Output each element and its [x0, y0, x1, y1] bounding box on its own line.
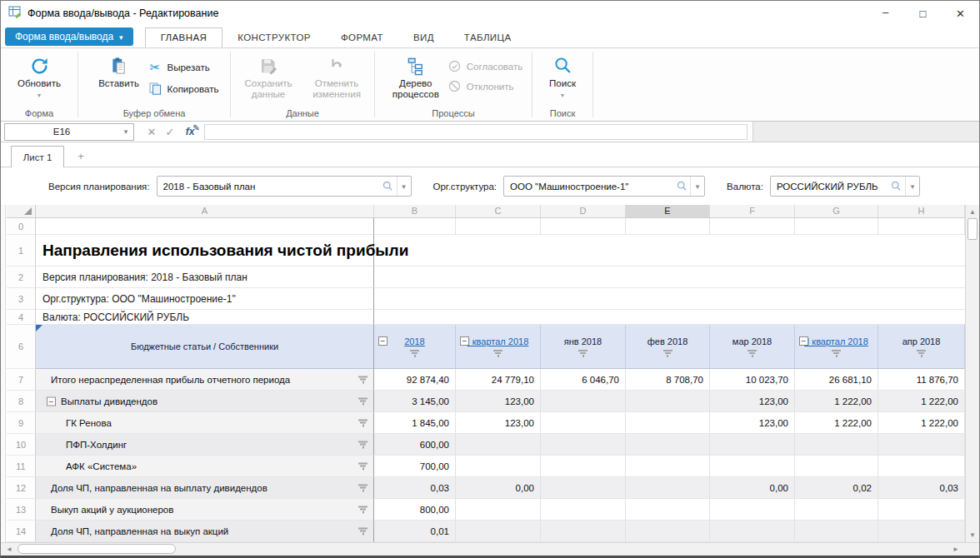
horizontal-scroll-thumb[interactable] [18, 544, 176, 554]
row-number[interactable]: 8 [7, 391, 36, 412]
chevron-down-icon[interactable]: ▾ [397, 177, 411, 196]
row-number[interactable]: 6 [7, 325, 36, 369]
horizontal-scrollbar[interactable]: ◄ ► [1, 542, 979, 556]
minimize-button[interactable]: – [867, 1, 904, 26]
scroll-up-icon[interactable]: ▲ [966, 208, 979, 216]
cell[interactable] [456, 218, 541, 235]
value-cell[interactable] [541, 391, 626, 412]
ribbon-tab-4[interactable]: ТАБЛИЦА [449, 28, 527, 47]
sheet-tab[interactable]: Лист 1 [11, 146, 64, 167]
value-cell[interactable]: 1 845,00 [374, 412, 456, 434]
value-cell[interactable] [541, 456, 626, 477]
close-button[interactable]: ✕ [942, 1, 979, 26]
cell[interactable] [878, 218, 965, 235]
value-cell[interactable]: 1 222,00 [795, 391, 878, 412]
value-cell[interactable]: 24 779,10 [456, 369, 541, 391]
header-cell-period[interactable]: апр 2018 [878, 325, 965, 369]
value-cell[interactable]: 26 681,10 [795, 369, 878, 391]
value-cell[interactable]: 1 222,00 [795, 412, 878, 434]
value-cell[interactable] [795, 434, 878, 456]
value-cell[interactable]: 1 222,00 [878, 391, 965, 412]
header-cell-period[interactable]: −II квартал 2018 [795, 325, 878, 369]
process-tree-button[interactable]: Дерево процессов [384, 52, 448, 106]
value-cell[interactable] [795, 521, 878, 542]
column-header-B[interactable]: B [374, 205, 456, 217]
cell[interactable] [541, 218, 626, 235]
filter-icon[interactable] [663, 350, 672, 357]
chevron-down-icon[interactable]: ▾ [905, 177, 919, 196]
reject-button[interactable]: Отклонить [448, 80, 522, 92]
chevron-down-icon[interactable]: ▾ [690, 177, 704, 196]
value-cell[interactable] [626, 434, 710, 456]
value-cell[interactable]: 3 145,00 [374, 391, 456, 412]
row-number[interactable]: 11 [7, 456, 36, 477]
cancel-entry-icon[interactable]: ✕ [142, 126, 161, 138]
row-number[interactable]: 2 [7, 267, 36, 288]
value-cell[interactable] [456, 499, 541, 521]
value-cell[interactable]: 600,00 [374, 434, 456, 456]
select-all-corner[interactable] [7, 205, 36, 217]
row-number[interactable]: 1 [7, 235, 36, 267]
approve-button[interactable]: Согласовать [448, 60, 522, 72]
header-cell-budget-items[interactable]: Бюджетные статьи / Собственники [36, 325, 374, 369]
header-cell-period[interactable]: янв 2018 [541, 325, 626, 369]
row-label-cell[interactable]: Доля ЧП, направленная на выкуп акций [36, 521, 374, 542]
header-cell-period[interactable]: −2018 [374, 325, 456, 369]
filter-icon[interactable] [410, 350, 419, 357]
row-label-cell[interactable]: Доля ЧП, направленная на выплату дивиден… [36, 477, 374, 499]
paste-button[interactable]: Вставить [90, 52, 148, 106]
row-number[interactable]: 9 [7, 412, 36, 434]
ribbon-tab-3[interactable]: ВИД [398, 28, 449, 47]
cell[interactable]: Направления использования чистой прибыли [36, 235, 374, 267]
ribbon-tab-1[interactable]: КОНСТРУКТОР [222, 28, 326, 47]
column-header-E[interactable]: E [626, 205, 710, 217]
row-number[interactable]: 10 [7, 434, 36, 456]
maximize-button[interactable]: □ [904, 1, 942, 26]
value-cell[interactable] [541, 412, 626, 434]
currency-select[interactable]: РОССИЙСКИЙ РУБЛЬ ▾ [770, 176, 920, 197]
cell[interactable] [374, 267, 965, 288]
value-cell[interactable]: 700,00 [374, 456, 456, 477]
cut-button[interactable]: ✂ Вырезать [148, 60, 219, 75]
column-header-A[interactable]: A [36, 205, 374, 217]
period-link[interactable]: II квартал 2018 [804, 336, 868, 347]
cell[interactable] [374, 218, 456, 235]
plan-version-select[interactable]: 2018 - Базовый план ▾ [157, 176, 412, 197]
value-cell[interactable]: 1 222,00 [878, 412, 965, 434]
header-cell-period[interactable]: −I квартал 2018 [456, 325, 541, 369]
cell[interactable]: Валюта: РОССИЙСКИЙ РУБЛЬ [36, 310, 374, 325]
value-cell[interactable] [710, 434, 795, 456]
value-cell[interactable]: 123,00 [456, 391, 541, 412]
cell[interactable] [374, 310, 965, 325]
column-header-G[interactable]: G [795, 205, 878, 217]
value-cell[interactable]: 6 046,70 [541, 369, 626, 391]
value-cell[interactable]: 123,00 [456, 412, 541, 434]
formula-input[interactable] [204, 124, 748, 140]
cell-reference-box[interactable]: E16 ▾ [4, 123, 134, 141]
row-label-cell[interactable]: АФК «Система» [36, 456, 374, 477]
value-cell[interactable]: 0,01 [374, 521, 456, 542]
column-header-H[interactable]: H [878, 205, 965, 217]
refresh-button[interactable]: Обновить ▾ [5, 52, 73, 106]
value-cell[interactable] [626, 412, 710, 434]
filter-icon[interactable] [578, 350, 588, 357]
column-header-D[interactable]: D [541, 205, 626, 217]
value-cell[interactable] [710, 456, 795, 477]
row-label-cell[interactable]: Итого нераспределенная прибыль отчетного… [36, 369, 374, 391]
org-structure-select[interactable]: ООО "Машиностроение-1" ▾ [503, 176, 705, 197]
value-cell[interactable]: 0,00 [710, 477, 795, 499]
value-cell[interactable] [878, 456, 965, 477]
undo-changes-button[interactable]: Отменить изменения [302, 52, 371, 106]
row-number[interactable]: 7 [7, 369, 36, 391]
cell[interactable] [374, 235, 965, 267]
value-cell[interactable] [878, 499, 965, 521]
column-header-C[interactable]: C [456, 205, 541, 217]
filter-icon[interactable] [917, 350, 926, 357]
filter-icon[interactable] [358, 506, 368, 513]
cell[interactable] [374, 288, 965, 310]
value-cell[interactable] [541, 521, 626, 542]
value-cell[interactable] [795, 499, 878, 521]
value-cell[interactable]: 123,00 [710, 412, 795, 434]
cell[interactable] [795, 218, 878, 235]
row-number[interactable]: 4 [7, 310, 36, 325]
